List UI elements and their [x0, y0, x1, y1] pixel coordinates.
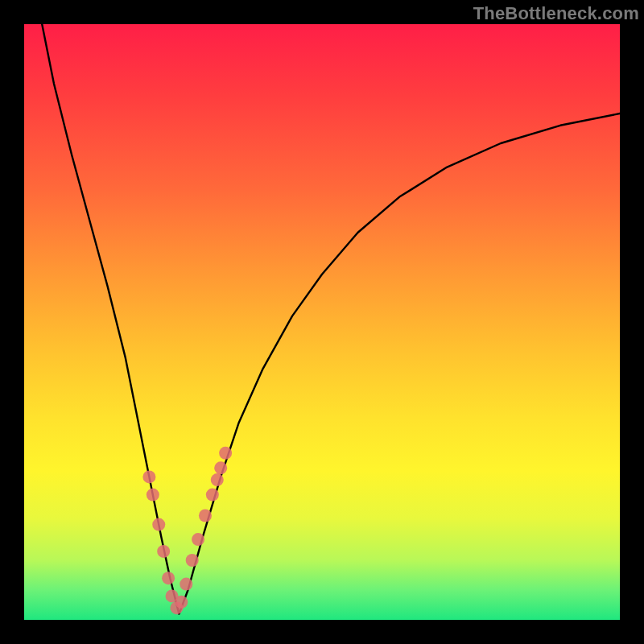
highlight-dot [180, 578, 192, 591]
highlight-dot [199, 510, 212, 522]
highlight-dot [219, 447, 232, 460]
highlight-dot [147, 489, 159, 502]
highlight-dot [142, 470, 155, 483]
watermark-text: TheBottleneck.com [473, 3, 639, 24]
highlight-dot [157, 545, 170, 558]
highlight-dots [142, 447, 232, 614]
bottleneck-curve [42, 24, 620, 614]
highlight-dot [186, 554, 199, 567]
highlight-dot [192, 533, 204, 546]
curve-overlay [24, 24, 620, 620]
highlight-dot [162, 572, 175, 584]
highlight-dot [152, 518, 165, 531]
highlight-dot [175, 596, 188, 609]
highlight-dot [214, 461, 227, 474]
chart-frame: TheBottleneck.com [0, 0, 644, 644]
highlight-dot [206, 489, 219, 502]
highlight-dot [211, 473, 224, 486]
plot-area [24, 24, 620, 620]
